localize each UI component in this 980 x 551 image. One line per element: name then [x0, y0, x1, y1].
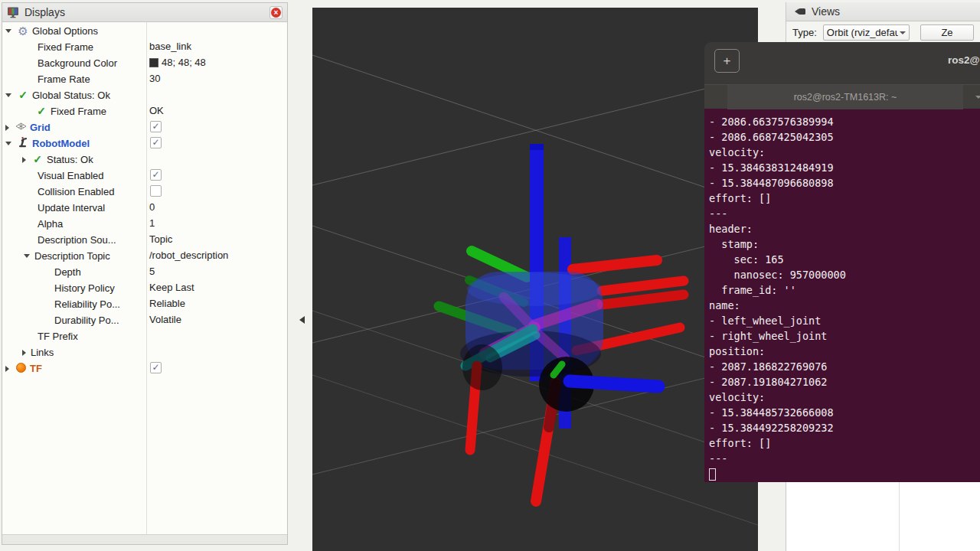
- property-value[interactable]: 30: [149, 70, 160, 86]
- display-row-links[interactable]: Links: [2, 344, 287, 360]
- display-row-global-options[interactable]: ⚙Global Options: [2, 22, 287, 38]
- terminal-line: - 2086.6637576389994: [709, 114, 980, 129]
- terminal-line: name:: [709, 298, 980, 313]
- terminal-line: velocity:: [709, 145, 980, 160]
- property-value[interactable]: 48; 48; 48: [149, 54, 206, 70]
- terminal-tab[interactable]: ros2@ros2-TM1613R: ~: [727, 85, 963, 109]
- property-label: Alpha: [38, 218, 63, 230]
- new-tab-button[interactable]: +: [714, 49, 740, 73]
- property-value[interactable]: OK: [149, 103, 164, 119]
- terminal-line: - left_wheel_joint: [709, 313, 980, 328]
- property-label: Depth: [54, 266, 81, 278]
- expand-right-icon[interactable]: [22, 350, 26, 356]
- terminal-line: header:: [709, 221, 980, 236]
- terminal-line: - 15.384485732666008: [709, 405, 980, 420]
- terminal-line: - 2087.191804271062: [709, 374, 980, 390]
- property-label: TF: [30, 363, 42, 374]
- displays-monitor-icon: [7, 6, 19, 18]
- terminal-line: - 2087.186822769076: [709, 359, 980, 374]
- displays-hscrollbar[interactable]: [2, 534, 287, 544]
- display-row-tf-prefix[interactable]: TF Prefix: [2, 328, 287, 344]
- status-ok-check-icon: ✓: [34, 106, 48, 117]
- checkbox-checked[interactable]: ✓: [150, 362, 162, 373]
- property-value[interactable]: Topic: [149, 231, 172, 247]
- tf-warning-icon: [14, 363, 28, 375]
- view-type-value: Orbit (rviz_defau: [827, 27, 898, 38]
- close-icon: ×: [271, 8, 281, 18]
- display-row-durability-po[interactable]: Durability Po...Volatile: [2, 311, 287, 328]
- property-label: Frame Rate: [38, 73, 90, 85]
- property-label: RobotModel: [32, 138, 90, 149]
- checkbox-checked[interactable]: ✓: [150, 137, 162, 148]
- view-type-label: Type:: [792, 27, 817, 38]
- terminal-headerbar[interactable]: + ros2@: [704, 42, 980, 84]
- 3d-viewport[interactable]: [312, 8, 758, 551]
- expand-down-icon[interactable]: [5, 93, 11, 97]
- terminal-line: - right_wheel_joint: [709, 328, 980, 344]
- checkbox-checked[interactable]: ✓: [150, 121, 162, 132]
- property-value[interactable]: 5: [149, 263, 155, 279]
- property-label: Background Color: [38, 57, 117, 69]
- property-value[interactable]: Reliable: [149, 295, 185, 311]
- expand-right-icon[interactable]: [5, 366, 9, 372]
- property-value[interactable]: Volatile: [149, 311, 181, 328]
- property-value[interactable]: /robot_description: [149, 247, 228, 263]
- property-label: Visual Enabled: [38, 170, 104, 181]
- display-row-tf[interactable]: TF✓: [2, 360, 287, 376]
- display-row-robotmodel[interactable]: RobotModel✓: [2, 135, 287, 151]
- displays-close-button[interactable]: ×: [270, 6, 283, 19]
- expand-down-icon[interactable]: [5, 142, 11, 145]
- terminal-window-title: ros2@: [948, 54, 980, 66]
- robot-model: [439, 144, 684, 501]
- terminal-cursor: [709, 468, 716, 481]
- checkbox-unchecked[interactable]: [150, 185, 162, 197]
- property-value[interactable]: 0: [149, 199, 155, 215]
- display-row-background-color[interactable]: Background Color48; 48; 48: [2, 54, 287, 70]
- status-ok-check-icon: ✓: [31, 154, 44, 165]
- view-type-combobox[interactable]: Orbit (rviz_defau: [823, 24, 910, 41]
- property-label: Fixed Frame: [38, 41, 93, 53]
- display-row-frame-rate[interactable]: Frame Rate30: [2, 70, 287, 86]
- collapse-panel-arrow-icon[interactable]: [299, 316, 305, 324]
- display-row-history-policy[interactable]: History PolicyKeep Last: [2, 279, 287, 295]
- terminal-line: - 15.384492258209232: [709, 420, 980, 435]
- displays-panel: Displays × ⚙Global OptionsFixed Framebas…: [2, 2, 288, 545]
- status-ok-check-icon: ✓: [16, 90, 30, 101]
- property-label: Durability Po...: [54, 315, 119, 326]
- display-row-description-topic[interactable]: Description Topic/robot_description: [2, 247, 287, 263]
- expand-down-icon[interactable]: [5, 29, 11, 33]
- property-label: Grid: [30, 122, 51, 133]
- display-row-reliability-po[interactable]: Reliability Po...Reliable: [2, 295, 287, 311]
- property-value[interactable]: 1: [149, 215, 155, 231]
- display-row-alpha[interactable]: Alpha1: [2, 215, 287, 231]
- expand-right-icon[interactable]: [5, 125, 9, 131]
- tab-chevron-down-icon[interactable]: [975, 96, 980, 99]
- display-row-fixed-frame[interactable]: Fixed Framebase_link: [2, 38, 287, 54]
- terminal-body[interactable]: - 2086.6637576389994- 2086.6687425042305…: [704, 109, 980, 482]
- terminal-line: ---: [709, 206, 980, 221]
- property-label: Reliability Po...: [54, 298, 120, 310]
- display-row-fixed-frame[interactable]: ✓Fixed FrameOK: [2, 103, 287, 119]
- display-row-global-status-ok[interactable]: ✓Global Status: Ok: [2, 86, 287, 103]
- dock-gutter: [289, 0, 312, 551]
- display-row-visual-enabled[interactable]: Visual Enabled✓: [2, 167, 287, 183]
- terminal-line: stamp:: [709, 236, 980, 252]
- plus-icon: +: [724, 54, 731, 68]
- display-row-description-sou[interactable]: Description Sou...Topic: [2, 231, 287, 247]
- display-row-depth[interactable]: Depth5: [2, 263, 287, 279]
- zero-button[interactable]: Ze: [920, 24, 974, 41]
- property-label: Global Options: [32, 25, 98, 37]
- display-row-status-ok[interactable]: ✓Status: Ok: [2, 151, 287, 167]
- displays-titlebar: Displays ×: [2, 3, 287, 22]
- checkbox-checked[interactable]: ✓: [150, 169, 162, 181]
- expand-down-icon[interactable]: [24, 254, 30, 258]
- property-value[interactable]: base_link: [149, 38, 191, 54]
- expand-right-icon[interactable]: [22, 157, 26, 163]
- terminal-line: - 2086.6687425042305: [709, 129, 980, 145]
- display-row-collision-enabled[interactable]: Collision Enabled: [2, 183, 287, 199]
- property-label: History Policy: [54, 282, 115, 294]
- property-value[interactable]: Keep Last: [149, 279, 194, 295]
- property-label: Fixed Frame: [51, 106, 106, 117]
- display-row-update-interval[interactable]: Update Interval0: [2, 199, 287, 215]
- display-row-grid[interactable]: Grid✓: [2, 119, 287, 135]
